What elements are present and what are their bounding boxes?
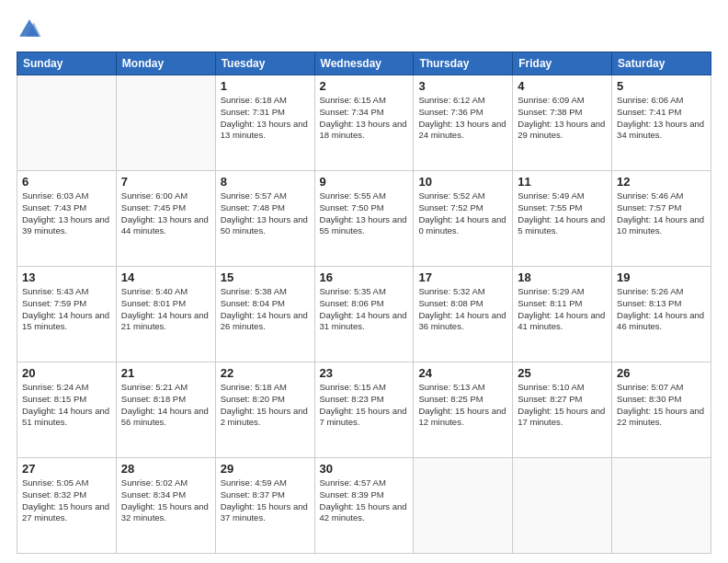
calendar-cell: 27Sunrise: 5:05 AM Sunset: 8:32 PM Dayli… (17, 458, 117, 554)
day-info: Sunrise: 6:18 AM Sunset: 7:31 PM Dayligh… (221, 95, 310, 142)
day-number: 8 (221, 175, 310, 189)
day-info: Sunrise: 5:40 AM Sunset: 8:01 PM Dayligh… (121, 286, 210, 333)
calendar-week-5: 27Sunrise: 5:05 AM Sunset: 8:32 PM Dayli… (17, 458, 711, 554)
calendar-cell: 6Sunrise: 6:03 AM Sunset: 7:43 PM Daylig… (17, 171, 117, 267)
day-info: Sunrise: 5:32 AM Sunset: 8:08 PM Dayligh… (418, 286, 507, 333)
calendar-cell: 13Sunrise: 5:43 AM Sunset: 7:59 PM Dayli… (17, 267, 117, 362)
day-info: Sunrise: 5:05 AM Sunset: 8:32 PM Dayligh… (22, 477, 111, 524)
logo-icon (17, 17, 42, 42)
calendar-cell: 12Sunrise: 5:46 AM Sunset: 7:57 PM Dayli… (612, 171, 711, 267)
day-info: Sunrise: 6:12 AM Sunset: 7:36 PM Dayligh… (418, 95, 507, 142)
day-info: Sunrise: 6:00 AM Sunset: 7:45 PM Dayligh… (121, 190, 210, 237)
day-number: 24 (418, 366, 507, 380)
weekday-header-tuesday: Tuesday (215, 52, 314, 75)
day-info: Sunrise: 5:55 AM Sunset: 7:50 PM Dayligh… (320, 190, 409, 237)
calendar-cell: 28Sunrise: 5:02 AM Sunset: 8:34 PM Dayli… (116, 458, 215, 554)
calendar-week-3: 13Sunrise: 5:43 AM Sunset: 7:59 PM Dayli… (17, 267, 711, 362)
weekday-header-sunday: Sunday (17, 52, 117, 75)
calendar-cell (116, 75, 215, 171)
day-number: 9 (320, 175, 409, 189)
day-info: Sunrise: 5:49 AM Sunset: 7:55 PM Dayligh… (518, 190, 607, 237)
calendar-cell: 25Sunrise: 5:10 AM Sunset: 8:27 PM Dayli… (513, 362, 612, 458)
calendar-cell: 26Sunrise: 5:07 AM Sunset: 8:30 PM Dayli… (612, 362, 711, 458)
day-number: 22 (221, 366, 310, 380)
weekday-header-saturday: Saturday (612, 52, 711, 75)
calendar-cell: 15Sunrise: 5:38 AM Sunset: 8:04 PM Dayli… (215, 267, 314, 362)
calendar-cell: 7Sunrise: 6:00 AM Sunset: 7:45 PM Daylig… (116, 171, 215, 267)
day-info: Sunrise: 4:57 AM Sunset: 8:39 PM Dayligh… (320, 477, 409, 524)
day-number: 27 (22, 462, 111, 476)
day-info: Sunrise: 5:26 AM Sunset: 8:13 PM Dayligh… (617, 286, 706, 333)
day-info: Sunrise: 5:29 AM Sunset: 8:11 PM Dayligh… (518, 286, 607, 333)
calendar-cell (612, 458, 711, 554)
calendar-cell (414, 458, 513, 554)
calendar-cell: 30Sunrise: 4:57 AM Sunset: 8:39 PM Dayli… (314, 458, 414, 554)
day-info: Sunrise: 4:59 AM Sunset: 8:37 PM Dayligh… (221, 477, 310, 524)
day-number: 29 (221, 462, 310, 476)
calendar-table: SundayMondayTuesdayWednesdayThursdayFrid… (17, 52, 711, 554)
day-info: Sunrise: 6:09 AM Sunset: 7:38 PM Dayligh… (518, 95, 607, 142)
day-info: Sunrise: 6:15 AM Sunset: 7:34 PM Dayligh… (320, 95, 409, 142)
day-info: Sunrise: 5:21 AM Sunset: 8:18 PM Dayligh… (121, 382, 210, 429)
day-info: Sunrise: 6:06 AM Sunset: 7:41 PM Dayligh… (617, 95, 706, 142)
day-info: Sunrise: 5:38 AM Sunset: 8:04 PM Dayligh… (221, 286, 310, 333)
day-number: 25 (518, 366, 607, 380)
calendar-header-row: SundayMondayTuesdayWednesdayThursdayFrid… (17, 52, 711, 75)
calendar-cell: 10Sunrise: 5:52 AM Sunset: 7:52 PM Dayli… (414, 171, 513, 267)
day-number: 30 (320, 462, 409, 476)
day-number: 5 (617, 79, 706, 93)
calendar-cell: 9Sunrise: 5:55 AM Sunset: 7:50 PM Daylig… (314, 171, 414, 267)
weekday-header-wednesday: Wednesday (314, 52, 414, 75)
calendar-cell: 2Sunrise: 6:15 AM Sunset: 7:34 PM Daylig… (314, 75, 414, 171)
day-number: 20 (22, 366, 111, 380)
calendar-cell: 29Sunrise: 4:59 AM Sunset: 8:37 PM Dayli… (215, 458, 314, 554)
day-number: 12 (617, 175, 706, 189)
calendar-cell: 19Sunrise: 5:26 AM Sunset: 8:13 PM Dayli… (612, 267, 711, 362)
day-info: Sunrise: 5:24 AM Sunset: 8:15 PM Dayligh… (22, 382, 111, 429)
weekday-header-friday: Friday (513, 52, 612, 75)
day-info: Sunrise: 5:35 AM Sunset: 8:06 PM Dayligh… (320, 286, 409, 333)
calendar-cell: 8Sunrise: 5:57 AM Sunset: 7:48 PM Daylig… (215, 171, 314, 267)
day-number: 13 (22, 270, 111, 284)
weekday-header-thursday: Thursday (414, 52, 513, 75)
day-info: Sunrise: 5:10 AM Sunset: 8:27 PM Dayligh… (518, 382, 607, 429)
day-number: 19 (617, 270, 706, 284)
calendar-cell: 5Sunrise: 6:06 AM Sunset: 7:41 PM Daylig… (612, 75, 711, 171)
day-number: 3 (418, 79, 507, 93)
day-number: 11 (518, 175, 607, 189)
calendar-week-2: 6Sunrise: 6:03 AM Sunset: 7:43 PM Daylig… (17, 171, 711, 267)
day-number: 4 (518, 79, 607, 93)
calendar-cell: 16Sunrise: 5:35 AM Sunset: 8:06 PM Dayli… (314, 267, 414, 362)
day-number: 1 (221, 79, 310, 93)
calendar-cell: 11Sunrise: 5:49 AM Sunset: 7:55 PM Dayli… (513, 171, 612, 267)
day-number: 26 (617, 366, 706, 380)
weekday-header-monday: Monday (116, 52, 215, 75)
day-info: Sunrise: 5:43 AM Sunset: 7:59 PM Dayligh… (22, 286, 111, 333)
calendar-cell: 22Sunrise: 5:18 AM Sunset: 8:20 PM Dayli… (215, 362, 314, 458)
day-number: 6 (22, 175, 111, 189)
calendar-cell: 21Sunrise: 5:21 AM Sunset: 8:18 PM Dayli… (116, 362, 215, 458)
calendar-cell: 3Sunrise: 6:12 AM Sunset: 7:36 PM Daylig… (414, 75, 513, 171)
day-number: 18 (518, 270, 607, 284)
day-info: Sunrise: 5:07 AM Sunset: 8:30 PM Dayligh… (617, 382, 706, 429)
day-info: Sunrise: 5:57 AM Sunset: 7:48 PM Dayligh… (221, 190, 310, 237)
calendar-cell: 20Sunrise: 5:24 AM Sunset: 8:15 PM Dayli… (17, 362, 117, 458)
day-number: 15 (221, 270, 310, 284)
day-info: Sunrise: 5:15 AM Sunset: 8:23 PM Dayligh… (320, 382, 409, 429)
calendar-cell: 24Sunrise: 5:13 AM Sunset: 8:25 PM Dayli… (414, 362, 513, 458)
logo (17, 17, 46, 42)
calendar-cell: 23Sunrise: 5:15 AM Sunset: 8:23 PM Dayli… (314, 362, 414, 458)
calendar-cell (17, 75, 117, 171)
day-info: Sunrise: 5:02 AM Sunset: 8:34 PM Dayligh… (121, 477, 210, 524)
calendar-cell: 14Sunrise: 5:40 AM Sunset: 8:01 PM Dayli… (116, 267, 215, 362)
header (17, 17, 711, 42)
day-number: 10 (418, 175, 507, 189)
day-number: 17 (418, 270, 507, 284)
day-info: Sunrise: 5:13 AM Sunset: 8:25 PM Dayligh… (418, 382, 507, 429)
day-info: Sunrise: 6:03 AM Sunset: 7:43 PM Dayligh… (22, 190, 111, 237)
day-info: Sunrise: 5:46 AM Sunset: 7:57 PM Dayligh… (617, 190, 706, 237)
calendar-cell: 4Sunrise: 6:09 AM Sunset: 7:38 PM Daylig… (513, 75, 612, 171)
day-number: 23 (320, 366, 409, 380)
calendar-cell (513, 458, 612, 554)
day-number: 16 (320, 270, 409, 284)
